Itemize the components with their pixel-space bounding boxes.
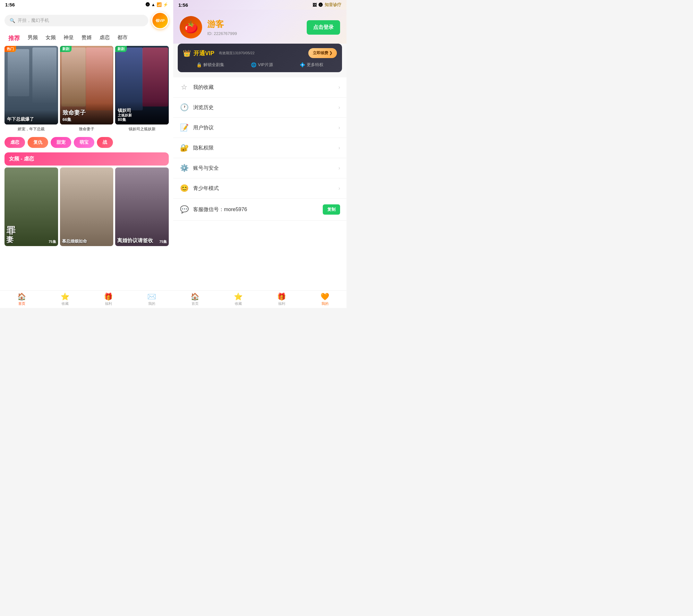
tag-nuelian[interactable]: 虐恋 (4, 137, 25, 148)
search-icon: 🔍 (9, 18, 15, 23)
vip-expiry: 有效期至131970/05/22 (219, 51, 254, 56)
bottom-nav-mine-left[interactable]: ✉️ 我的 (130, 291, 173, 308)
bottom-card-eps-1: 75集 (48, 239, 56, 244)
nav-tab-recommend[interactable]: 推荐 (4, 33, 24, 43)
collect-icon-left: ⭐ (61, 293, 69, 300)
welfare-icon-left: 🎁 (104, 293, 113, 300)
search-input[interactable]: 🔍 开挂，魔幻手机 (4, 15, 148, 26)
bottom-card-eps-3: 75集 (159, 239, 167, 244)
agreement-icon: 📝 (180, 123, 189, 132)
welfare-label-right: 福利 (278, 301, 285, 306)
drama-badge-3: 新剧 (115, 46, 127, 52)
copy-button[interactable]: 复制 (323, 204, 340, 215)
avatar[interactable]: 🍅 (180, 16, 202, 39)
bottom-card-2[interactable]: 慕总婚姻如命 (60, 167, 114, 246)
drama-card-2[interactable]: 新剧 致命妻子 66集 (60, 46, 114, 124)
menu-item-agreement[interactable]: 📝 用户协议 › (173, 118, 346, 138)
nav-tab-female[interactable]: 女频 (42, 33, 60, 43)
youth-label: 青少年模式 (193, 185, 334, 192)
drama-title-overlay-2: 致命妻子 66集 (60, 103, 114, 124)
collect-label-left: 收藏 (62, 301, 69, 306)
nav-tab-male[interactable]: 男频 (24, 33, 42, 43)
vip-renew-button[interactable]: 立即续费 ❯ (308, 48, 337, 58)
bottom-drama-grid: 罪 妻 75集 慕总婚姻如命 离婚协议请签收 75集 (0, 167, 173, 246)
menu-item-favorites[interactable]: ☆ 我的收藏 › (173, 77, 346, 98)
vip-perk-more: 💠 更多特权 (300, 62, 323, 68)
nav-tab-shenhuang[interactable]: 神皇 (60, 33, 78, 43)
status-bar-right: 1:56 🖼 🅐 知音诊疗 (173, 0, 346, 9)
nav-tab-dushi[interactable]: 都市 (114, 33, 132, 43)
right-nav-welfare[interactable]: 🎁 福利 (260, 291, 303, 308)
history-label: 浏览历史 (193, 104, 334, 111)
welfare-icon-right: 🎁 (277, 293, 286, 300)
drama-title-overlay-3: 镇妖司 之狐妖新 80集 (115, 101, 169, 124)
bottom-nav-collect-left[interactable]: ⭐ 收藏 (43, 291, 87, 308)
menu-item-history[interactable]: 🕐 浏览历史 › (173, 98, 346, 118)
left-panel: 1:56 🅐 ▲ 📶 ⚡ 🔍 开挂，魔幻手机 领VIP 推荐 男频 女频 神皇 … (0, 0, 173, 308)
youth-icon: 😊 (180, 184, 189, 193)
avatar-emoji: 🍅 (184, 21, 198, 34)
privacy-icon: 🔐 (180, 144, 189, 152)
right-nav-home[interactable]: 🏠 首页 (173, 291, 217, 308)
youth-arrow: › (338, 185, 340, 191)
time-right: 1:56 (178, 2, 188, 8)
right-nav-collect[interactable]: ⭐ 收藏 (217, 291, 260, 308)
security-icon: ⚙️ (180, 164, 189, 172)
bottom-card-3[interactable]: 离婚协议请签收 75集 (115, 167, 169, 246)
collect-label-right: 收藏 (235, 301, 242, 306)
drama-card-1[interactable]: 热门 年下总裁爆了 (4, 46, 58, 124)
vip-perk-unlock-label: 解锁全剧集 (203, 62, 224, 68)
vip-perk-source: 🌐 VIP片源 (251, 62, 273, 68)
vip-perk-unlock: 🔒 解锁全剧集 (196, 62, 224, 68)
menu-item-service: 💬 客服微信号：more5976 复制 (173, 199, 346, 221)
bottom-nav-welfare-left[interactable]: 🎁 福利 (87, 291, 130, 308)
nav-tab-zuixu[interactable]: 赘婿 (78, 33, 96, 43)
search-bar-row: 🔍 开挂，魔幻手机 领VIP (0, 9, 173, 32)
menu-item-youth[interactable]: 😊 青少年模式 › (173, 178, 346, 199)
privacy-arrow: › (338, 145, 340, 151)
vip-card-top: 👑 开通VIP 有效期至131970/05/22 立即续费 ❯ (183, 48, 337, 58)
profile-id: ID: 2226767999 (207, 31, 302, 36)
drama-badge-1: 热门 (4, 46, 16, 52)
wifi-icon: ▲ (151, 2, 155, 7)
bottom-card-overlay-1: 罪 妻 (6, 226, 15, 244)
home-icon-left: 🏠 (17, 293, 26, 300)
bottom-card-1[interactable]: 罪 妻 75集 (4, 167, 58, 246)
drama-card-3[interactable]: 新剧 镇妖司 之狐妖新 80集 (115, 46, 169, 124)
tag-fuchout[interactable]: 复仇 (27, 137, 48, 148)
tag-row: 虐恋 复仇 甜宠 萌宝 战 (0, 135, 173, 150)
android-icon-right: 🅐 (319, 3, 323, 7)
vip-title-row: 👑 开通VIP 有效期至131970/05/22 (183, 49, 254, 57)
vip-perks: 🔒 解锁全剧集 🌐 VIP片源 💠 更多特权 (183, 62, 337, 68)
drama-badge-2: 新剧 (60, 46, 72, 52)
drama-title-1: 娇宠，年下总裁 (4, 126, 58, 132)
favorites-label: 我的收藏 (193, 84, 334, 91)
tag-mengbao[interactable]: 萌宝 (74, 137, 94, 148)
bottom-nav-home-left[interactable]: 🏠 首页 (0, 291, 43, 308)
menu-item-privacy[interactable]: 🔐 隐私权限 › (173, 138, 346, 158)
nav-tabs: 推荐 男频 女频 神皇 赘婿 虐恋 都市 (0, 32, 173, 46)
history-arrow: › (338, 105, 340, 111)
vip-crown-icon: 👑 (183, 49, 191, 57)
unlock-icon: 🔒 (196, 62, 202, 67)
drama-title-overlay-1: 年下总裁爆了 (4, 110, 58, 124)
mine-icon-right: 🧡 (320, 293, 329, 300)
drama-title-3: 镇妖司之狐妖新 (115, 126, 169, 132)
section-banner: 女频 - 虐恋 (4, 153, 169, 165)
tag-tianchong[interactable]: 甜宠 (51, 137, 71, 148)
bottom-nav-right: 🏠 首页 ⭐ 收藏 🎁 福利 🧡 我的 (173, 290, 346, 308)
nav-tab-nuelian[interactable]: 虐恋 (96, 33, 114, 43)
login-button[interactable]: 点击登录 (307, 20, 340, 35)
right-nav-mine[interactable]: 🧡 我的 (303, 291, 346, 308)
android-icon: 🅐 (146, 2, 150, 7)
security-arrow: › (338, 165, 340, 171)
agreement-arrow: › (338, 125, 340, 131)
collect-icon-right: ⭐ (234, 293, 242, 300)
top-right-icons: 🖼 🅐 知音诊疗 (313, 2, 341, 8)
home-label-left: 首页 (18, 301, 25, 306)
profile-info: 游客 ID: 2226767999 (207, 19, 302, 36)
tag-zhan[interactable]: 战 (97, 137, 113, 148)
section-banner-title: 女频 - 虐恋 (9, 156, 164, 162)
vip-badge-button[interactable]: 领VIP (152, 12, 169, 29)
menu-item-security[interactable]: ⚙️ 账号与安全 › (173, 158, 346, 178)
